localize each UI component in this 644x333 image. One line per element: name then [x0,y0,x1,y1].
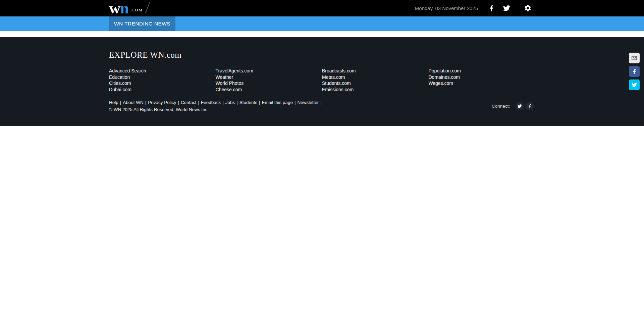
footer-link-newsletter[interactable]: Newsletter [297,100,319,105]
footer-link-wages[interactable]: Wages.com [429,80,453,87]
footer-utility-links: Help|About WN|Privacy Policy|Contact|Fee… [109,100,323,106]
footer-column-2: TravelAgents.com Weather World Photos Ch… [216,68,322,93]
footer-link-contact[interactable]: Contact [181,100,197,105]
footer-link-feedback[interactable]: Feedback [201,100,221,105]
footer: EXPLORE WN.com Advanced Search Education… [0,37,644,126]
footer-link-email-this-page[interactable]: Email this page [262,100,293,105]
footer-link-columns: Advanced Search Education Cities.com Dub… [109,68,535,93]
header-right-group: Monday, 03 November 2025 [415,0,535,16]
footer-link-cheese[interactable]: Cheese.com [216,87,242,93]
connect-label: Connect: [492,104,510,109]
link-separator: | [145,100,147,105]
link-separator: | [198,100,199,105]
copyright-notice: © WN 2025 All Rights Reserved, World New… [109,107,323,113]
footer-link-metas[interactable]: Metas.com [322,74,345,80]
link-separator: | [294,100,296,105]
footer-column-4: Population.com Domaines.com Wages.com [429,68,535,93]
share-toolbar [629,53,640,90]
twitter-icon[interactable] [499,0,514,16]
footer-link-privacy-policy[interactable]: Privacy Policy [148,100,176,105]
footer-link-emissions[interactable]: Emissions.com [322,87,354,93]
footer-link-students[interactable]: Students.com [322,80,351,87]
footer-link-population[interactable]: Population.com [429,68,461,74]
footer-heading: EXPLORE WN.com [109,50,535,60]
footer-link-students[interactable]: Students [239,100,257,105]
footer-link-domaines[interactable]: Domaines.com [429,74,460,80]
logo-slash-divider [145,2,150,13]
footer-link-world-photos[interactable]: World Photos [216,80,244,87]
link-separator: | [120,100,121,105]
wn-logo[interactable]: wn .COM [109,0,148,16]
footer-link-help[interactable]: Help [109,100,118,105]
footer-link-cities[interactable]: Cities.com [109,80,131,87]
logo-wordmark: wn [109,0,128,16]
content-gap [0,31,644,37]
footer-column-1: Advanced Search Education Cities.com Dub… [109,68,216,93]
twitter-icon[interactable] [516,102,524,110]
current-date: Monday, 03 November 2025 [415,5,478,11]
footer-link-education[interactable]: Education [109,74,130,80]
footer-link-jobs[interactable]: Jobs [225,100,235,105]
footer-column-3: Broadcasts.com Metas.com Students.com Em… [322,68,429,93]
link-separator: | [259,100,260,105]
link-separator: | [236,100,238,105]
trending-bar: WN TRENDING NEWS [0,16,644,31]
logo-letter-n: n [120,0,128,17]
facebook-icon[interactable] [484,0,499,16]
logo-letter-w: w [109,0,120,17]
footer-link-travelagents[interactable]: TravelAgents.com [216,68,253,74]
top-header: wn .COM Monday, 03 November 2025 [0,0,644,16]
facebook-icon[interactable] [526,102,534,110]
footer-bottom-row: Help|About WN|Privacy Policy|Contact|Fee… [109,100,535,113]
tab-trending-news[interactable]: WN TRENDING NEWS [109,16,175,31]
footer-link-dubai[interactable]: Dubai.com [109,87,131,93]
email-icon[interactable] [629,53,640,63]
link-separator: | [320,100,322,105]
connect-group: Connect: [492,102,534,110]
footer-legal: Help|About WN|Privacy Policy|Contact|Fee… [109,100,323,113]
facebook-icon[interactable] [629,66,640,77]
footer-link-broadcasts[interactable]: Broadcasts.com [322,68,356,74]
link-separator: | [178,100,179,105]
footer-link-about-wn[interactable]: About WN [123,100,144,105]
link-separator: | [222,100,224,105]
logo-com-suffix: .COM [130,7,143,16]
footer-link-advanced-search[interactable]: Advanced Search [109,68,146,74]
twitter-icon[interactable] [629,79,640,90]
footer-link-weather[interactable]: Weather [216,74,233,80]
gear-icon[interactable] [520,0,535,16]
